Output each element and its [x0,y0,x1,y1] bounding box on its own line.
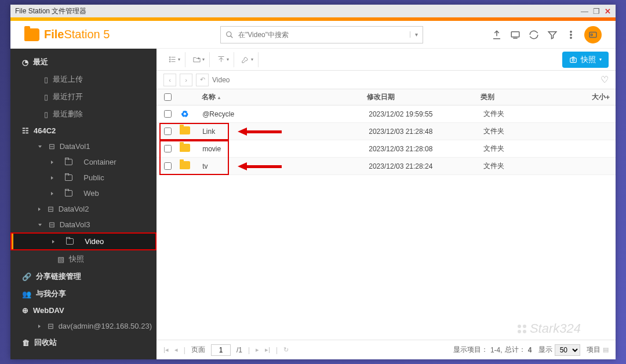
sidebar-vol-datavol3[interactable]: ⊟ DataVol3 [10,217,156,232]
cell-name: movie [202,145,369,153]
sidebar: ◔ 最近 ▯ 最近上传 ▯ 最近打开 ▯ 最近删除 ☷ 464C2 ⊟ Data… [10,49,156,359]
sidebar-recent-upload[interactable]: ▯ 最近上传 [10,71,156,88]
folder-icon [65,190,72,196]
sidebar-section-share[interactable]: 🔗 分享链接管理 [10,268,156,285]
nav-forward-button[interactable]: › [180,74,192,86]
filter-icon[interactable] [547,30,558,40]
toolbar: ▾ ▾ ▾ ▾ 快照▾ [156,49,616,71]
sidebar-item-web[interactable]: Web [10,185,156,201]
chevron-down-icon [38,224,42,226]
svg-point-9 [169,57,170,58]
table-row[interactable]: movie 2023/12/03 21:28:08 文件夹 [156,140,616,158]
pagesize-select[interactable]: 50 [555,344,580,356]
table-row[interactable]: tv 2023/12/03 21:28:24 文件夹 [156,158,616,175]
chevron-down-icon [38,145,42,148]
sidebar-item-snapshot-folder[interactable]: ▧ 快照 [10,250,156,268]
app-logo: FileStation 5 [24,28,152,41]
row-checkbox[interactable] [164,110,172,118]
snapshot-button[interactable]: 快照▾ [562,52,609,68]
window-title: File Station 文件管理器 [15,6,86,16]
page-total: /1 [236,346,242,354]
svg-point-8 [591,34,592,35]
page-label: 页面 [191,345,205,355]
row-checkbox[interactable] [164,162,172,170]
brand-num: 5 [100,28,110,41]
tools-button[interactable]: ▾ [236,52,259,67]
status-total-label: 总计： [505,345,526,355]
upload-button[interactable]: ▾ [212,52,234,67]
row-checkbox[interactable] [164,128,172,135]
page-input[interactable] [211,344,231,356]
favorite-icon[interactable]: ♡ [600,74,609,85]
sidebar-vol-datavol2[interactable]: ⊟ DataVol2 [10,201,156,217]
camera-icon [569,56,577,64]
svg-point-20 [572,59,574,61]
chevron-right-icon [38,208,41,211]
chevron-right-icon [51,176,53,180]
close-button[interactable]: ✕ [605,7,611,16]
column-type[interactable]: 类别 [481,92,572,102]
cell-name: tv [202,162,369,170]
svg-point-4 [570,31,572,32]
cast-icon[interactable] [510,30,521,40]
maximize-button[interactable]: ❐ [593,7,600,16]
svg-point-0 [227,31,231,36]
minimize-button[interactable]: — [581,7,588,16]
sidebar-item-container[interactable]: Container [10,154,156,170]
refresh-button[interactable]: ↻ [283,346,289,354]
search-box[interactable]: ▾ [220,26,423,43]
folder-logo-icon [24,28,39,41]
nav-back-button[interactable]: ‹ [163,74,176,86]
last-page-button[interactable]: ▸| [265,346,270,354]
breadcrumb-bar: ‹ › ↶ Video ♡ [156,71,616,89]
table-row[interactable]: ♻ @Recycle 2023/12/02 19:59:55 文件夹 [156,105,616,123]
svg-point-5 [570,34,572,35]
search-dropdown[interactable]: ▾ [410,31,418,38]
cell-name: @Recycle [202,110,369,118]
sidebar-vol-datavol1[interactable]: ⊟ DataVol1 [10,139,156,154]
cell-type: 文件夹 [483,161,575,171]
view-mode-button[interactable]: ▾ [163,52,185,67]
refresh-icon[interactable] [529,30,539,40]
table-row[interactable]: Link 2023/12/03 21:28:48 文件夹 [156,123,616,140]
svg-point-13 [169,61,170,62]
column-date[interactable]: 修改日期 [367,92,481,102]
nav-up-button[interactable]: ↶ [196,74,209,86]
sidebar-item-dav[interactable]: ⊟ dav(admin@192.168.50.23) [10,318,156,334]
app-badge-icon[interactable] [584,26,602,43]
svg-rect-19 [570,58,577,63]
sidebar-section-recent[interactable]: ◔ 最近 [10,53,156,71]
sidebar-section-device[interactable]: ☷ 464C2 [10,123,156,139]
prev-page-button[interactable]: ◂ [174,346,178,354]
column-name[interactable]: 名称 ▴ [202,92,366,102]
more-icon[interactable] [566,30,576,40]
row-checkbox[interactable] [164,145,172,152]
breadcrumb-path[interactable]: Video [212,76,230,84]
item-label: 项目 [587,345,600,355]
sidebar-item-video[interactable]: Video [10,232,156,250]
search-icon [225,31,234,39]
upload-icon[interactable] [492,30,502,40]
pagesize-label: 显示 [538,345,552,355]
status-prefix: 显示项目： [453,345,488,355]
new-folder-button[interactable]: ▾ [188,52,210,67]
status-total: 4 [528,346,532,354]
svg-rect-2 [511,31,519,37]
sidebar-section-trash[interactable]: 🗑 回收站 [10,334,156,351]
search-input[interactable] [238,31,410,39]
top-bar: FileStation 5 ▾ [10,21,616,49]
view-toggle-icon[interactable]: ▤ [603,346,609,354]
cell-type: 文件夹 [483,126,575,136]
first-page-button[interactable]: |◂ [163,346,169,354]
title-bar[interactable]: File Station 文件管理器 — ❐ ✕ [10,5,616,17]
sidebar-section-webdav[interactable]: ⊕ WebDAV [10,303,156,318]
sidebar-section-withme[interactable]: 👥 与我分享 [10,285,156,303]
column-add[interactable]: + [606,93,616,101]
cell-date: 2023/12/03 21:28:08 [369,145,483,153]
sidebar-item-public[interactable]: Public [10,170,156,185]
next-page-button[interactable]: ▸ [256,346,259,354]
sidebar-recent-delete[interactable]: ▯ 最近删除 [10,105,156,123]
select-all-checkbox[interactable] [164,93,172,101]
column-size[interactable]: 大小 [572,92,606,102]
sidebar-recent-open[interactable]: ▯ 最近打开 [10,88,156,105]
